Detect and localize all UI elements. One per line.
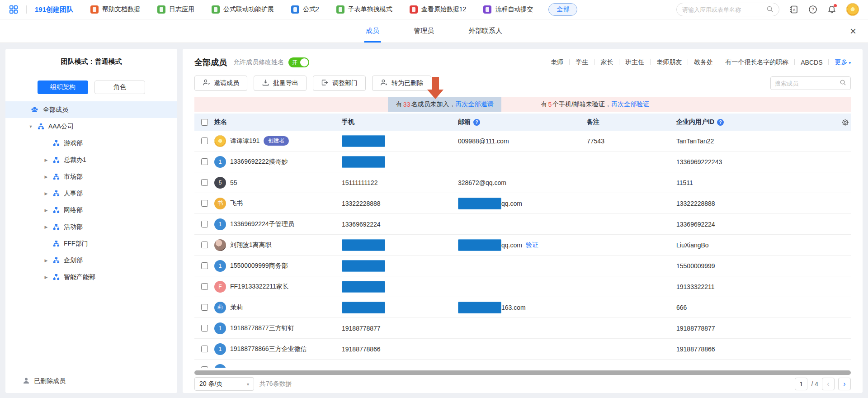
org-dept-icon xyxy=(53,257,60,264)
app-tab[interactable]: 公式2 xyxy=(291,5,319,14)
member-search-box[interactable] xyxy=(770,76,851,90)
app-search-box[interactable] xyxy=(676,3,779,16)
tab-3[interactable]: 外部联系人 xyxy=(467,19,504,43)
reinvite-all-link[interactable]: 再次全部邀请 xyxy=(455,100,493,109)
select-all-checkbox[interactable] xyxy=(201,119,208,126)
table-row: 115500009999商务部15500009999 xyxy=(194,256,851,276)
tree-department[interactable]: ▶活动部 xyxy=(5,218,177,235)
apps-grid-icon[interactable] xyxy=(9,5,18,14)
app-tab[interactable]: 帮助文档数据 xyxy=(90,5,140,14)
org-dept-icon xyxy=(53,207,60,213)
row-checkbox[interactable] xyxy=(201,325,208,332)
org-dept-icon xyxy=(53,274,60,280)
reverify-all-link[interactable]: 再次全部验证 xyxy=(611,100,649,109)
tree-department[interactable]: 游戏部 xyxy=(5,135,177,152)
current-page-input[interactable]: 1 xyxy=(795,378,807,390)
tree-department[interactable]: ▶市场部 xyxy=(5,168,177,185)
tree-label: AAA公司 xyxy=(48,123,74,131)
expand-icon[interactable]: ▶ xyxy=(43,225,49,229)
row-checkbox[interactable] xyxy=(201,366,208,368)
deleted-members[interactable]: 已删除成员 xyxy=(5,370,177,393)
user-avatar[interactable] xyxy=(846,3,859,16)
row-checkbox[interactable] xyxy=(201,221,208,227)
tree-company[interactable]: ▼ AAA公司 xyxy=(5,118,177,135)
tree-all-members[interactable]: 全部成员 xyxy=(5,101,177,118)
column-settings-gear-icon[interactable] xyxy=(833,118,851,126)
tree-department[interactable]: FFF部门 xyxy=(5,235,177,252)
row-checkbox[interactable] xyxy=(201,158,208,165)
tree-department[interactable]: ▶总裁办1 xyxy=(5,152,177,168)
expand-icon[interactable]: ▶ xyxy=(43,258,49,263)
row-checkbox[interactable] xyxy=(201,262,208,269)
row-checkbox[interactable] xyxy=(201,179,208,186)
member-search-input[interactable] xyxy=(775,80,840,87)
row-checkbox[interactable] xyxy=(201,304,208,311)
org-structure-button[interactable]: 组织架构 xyxy=(38,81,88,94)
role-filter[interactable]: 教务处 xyxy=(694,58,713,66)
tree-department[interactable]: ▶人事部 xyxy=(5,185,177,202)
expand-icon[interactable]: ▶ xyxy=(43,208,49,213)
avatar: 书 xyxy=(214,198,226,209)
user-add-button[interactable]: 邀请成员 xyxy=(194,76,247,91)
role-filter[interactable]: ABCDS xyxy=(801,59,822,66)
app-tab[interactable]: 子表单拖拽模式 xyxy=(336,5,392,14)
row-checkbox[interactable] xyxy=(201,283,208,290)
id-help-icon[interactable]: ? xyxy=(717,119,724,126)
row-checkbox[interactable] xyxy=(201,200,208,207)
prev-page-button[interactable]: ‹ xyxy=(822,378,835,390)
notification-bell-icon[interactable] xyxy=(827,5,836,14)
org-dept-icon xyxy=(53,240,60,247)
row-checkbox[interactable] xyxy=(201,242,208,248)
expand-icon[interactable]: ▶ xyxy=(43,175,49,179)
transfer-button[interactable]: 调整部门 xyxy=(313,76,366,91)
allow-rename-toggle[interactable]: 开 xyxy=(288,57,309,67)
verify-link[interactable]: 验证 xyxy=(526,241,538,249)
tree-department[interactable]: ▶网络部 xyxy=(5,202,177,218)
role-button[interactable]: 角色 xyxy=(94,81,145,94)
role-filter[interactable]: 老师 xyxy=(551,58,563,66)
expand-icon[interactable]: ▶ xyxy=(43,275,49,280)
next-page-button[interactable]: › xyxy=(838,378,851,390)
deleted-user-icon xyxy=(23,377,30,386)
avatar: 1 xyxy=(214,260,226,272)
close-icon[interactable]: × xyxy=(850,26,856,37)
role-filter[interactable]: 班主任 xyxy=(625,58,644,66)
member-id-cell: 006132417 xyxy=(676,366,833,368)
role-filter[interactable]: 家长 xyxy=(600,58,613,66)
action-button-label: 调整部门 xyxy=(332,79,358,87)
divider xyxy=(26,5,27,14)
contacts-book-icon[interactable]: A xyxy=(789,5,798,14)
svg-text:A: A xyxy=(793,8,795,12)
tab-2[interactable]: 管理员 xyxy=(412,19,436,43)
tree-department[interactable]: ▶智能产能部 xyxy=(5,269,177,285)
user-remove-button[interactable]: 转为已删除 xyxy=(372,76,431,91)
role-filter[interactable]: 有一个很长名字的职称 xyxy=(725,58,788,66)
app-tab[interactable]: 公式联动功能扩展 xyxy=(212,5,274,14)
page-size-select[interactable]: 20 条/页 ▾ xyxy=(194,377,254,391)
app-icon xyxy=(410,5,418,14)
row-checkbox[interactable] xyxy=(201,346,208,352)
email-help-icon[interactable]: ? xyxy=(473,119,480,126)
expand-icon[interactable]: ▶ xyxy=(43,191,49,196)
team-name[interactable]: 191创建团队 xyxy=(35,5,73,14)
help-icon[interactable]: ? xyxy=(808,5,817,14)
row-checkbox-cell xyxy=(194,304,214,311)
row-checkbox[interactable] xyxy=(201,137,208,144)
tab-1[interactable]: 成员 xyxy=(364,19,381,43)
member-name-cell: 莉茉莉 xyxy=(214,302,342,313)
expand-icon[interactable]: ▶ xyxy=(43,158,49,162)
app-tab[interactable]: 查看原始数据12 xyxy=(410,5,467,14)
app-icon xyxy=(291,5,299,14)
app-tab[interactable]: 日志应用 xyxy=(157,5,194,14)
horizontal-scrollbar[interactable] xyxy=(194,370,851,375)
collapse-icon[interactable]: ▼ xyxy=(28,124,33,129)
role-filter[interactable]: 老师朋友 xyxy=(656,58,682,66)
app-search-input[interactable] xyxy=(682,6,766,13)
more-roles-link[interactable]: 更多▾ xyxy=(835,58,851,66)
col-user-id: 企业内用户ID? xyxy=(676,118,833,126)
download-button[interactable]: 批量导出 xyxy=(254,76,307,91)
role-filter[interactable]: 学生 xyxy=(576,58,588,66)
tree-department[interactable]: ▶企划部 xyxy=(5,252,177,269)
all-apps-pill[interactable]: 全部 xyxy=(548,3,577,16)
app-tab[interactable]: 流程自动提交 xyxy=(483,5,533,14)
